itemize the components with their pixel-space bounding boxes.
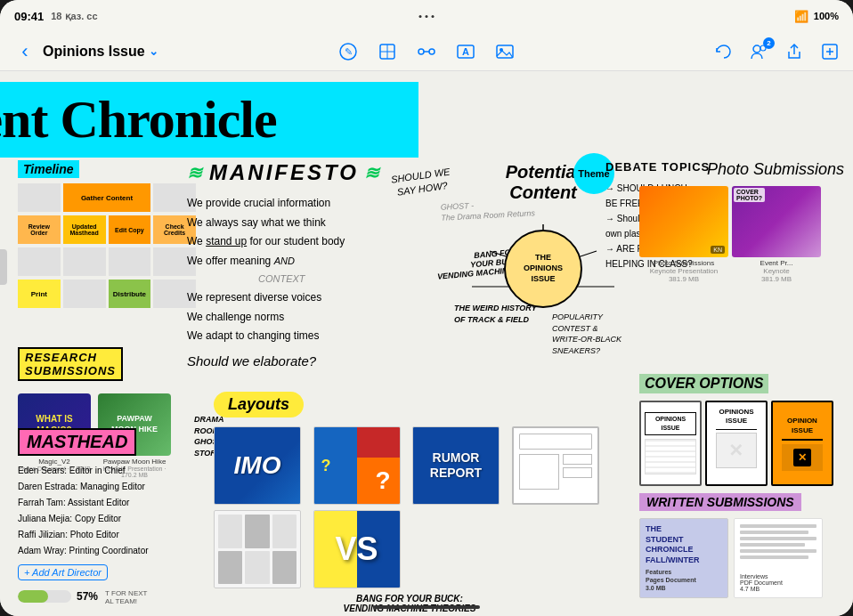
manifesto-item-8: We adapt to changing times xyxy=(187,327,463,346)
written-interviews-meta: InterviewsPDF Document4.7 MB xyxy=(740,573,816,592)
progress-bar-outer xyxy=(18,590,71,603)
add-art-button[interactable]: + Add Art Director xyxy=(18,564,108,580)
photo-item-2: COVERPHOTO? Event Pr...Keynote381.9 MB xyxy=(732,186,821,283)
research-label: RESEARCHSUBMISSIONS xyxy=(18,347,123,381)
layout-imo[interactable]: IMO xyxy=(214,426,301,505)
tool-text[interactable]: A xyxy=(453,39,478,64)
tool-image[interactable] xyxy=(492,39,517,64)
manifesto-item-7: We challenge norms xyxy=(187,308,463,328)
canvas-area[interactable]: The Student Chronicle Timeline Gather Co… xyxy=(0,71,853,616)
layouts-label: Layouts xyxy=(214,392,304,417)
tl-editcopy: Edit Copy xyxy=(109,215,151,244)
big-title: The Student Chronicle xyxy=(0,82,418,158)
back-button[interactable]: ‹ xyxy=(11,37,39,66)
popularity-text: POPULARITYCONTEST &WRITE-OR-BLACKSNEAKER… xyxy=(552,312,621,356)
manifesto-arrow-right: ≋ xyxy=(364,162,381,183)
title-chevron: ⌄ xyxy=(149,45,158,58)
manifesto-item-1: We provide crucial information xyxy=(187,194,463,214)
tl-empty1 xyxy=(18,183,61,212)
tl-gather: Gather Content xyxy=(63,183,151,212)
photo-item-1: KN Photo SubmissionsKeynote Presentation… xyxy=(639,186,728,283)
dot2 xyxy=(426,15,428,18)
written-row: THESTUDENTCHRONICLEFALL/WINTER FeaturesP… xyxy=(639,518,844,598)
sidebar-handle[interactable] xyxy=(0,249,7,285)
tl-e4 xyxy=(63,247,106,276)
tool-shape[interactable] xyxy=(375,39,400,64)
masthead-member-3: Farrah Tam: Assistant Editor xyxy=(18,495,196,511)
date: 18 қаз. сс xyxy=(51,11,97,22)
layouts-grid: IMO ? ? RUMORREPORT xyxy=(214,426,605,588)
cover-option-3[interactable]: OPINIONISSUE ✕ xyxy=(771,401,833,486)
dot1 xyxy=(419,15,422,18)
timeline-grid: Gather Content xyxy=(18,183,196,212)
manifesto-arrow-left: ≋ xyxy=(187,162,204,183)
written-submissions-section: WRITTEN SUBMISSIONS THESTUDENTCHRONICLEF… xyxy=(639,493,844,598)
timeline-grid3 xyxy=(18,247,196,276)
tl-review: Review Order xyxy=(18,215,61,244)
masthead-member-6: Adam Wray: Printing Coordinator xyxy=(18,543,196,559)
photo-row: KN Photo SubmissionsKeynote Presentation… xyxy=(639,186,844,283)
dot3 xyxy=(432,15,435,18)
layout-gray[interactable] xyxy=(512,426,599,505)
progress-bar-container: 57% xyxy=(18,590,98,603)
tl-e7 xyxy=(63,280,106,308)
photo-label-1: Photo SubmissionsKeynote Presentation381… xyxy=(650,259,719,283)
photo-thumb-2: COVERPHOTO? xyxy=(732,186,821,257)
masthead-member-5: Raffi Jilizian: Photo Editor xyxy=(18,527,196,543)
cover-option-2[interactable]: OPINIONSISSUE ✕ xyxy=(705,401,768,486)
share-button[interactable] xyxy=(782,39,807,64)
progress-bar-fill xyxy=(18,590,48,603)
manifesto-question: Should we elaborate? xyxy=(187,353,463,369)
svg-point-12 xyxy=(753,45,760,53)
cover-options-section: COVER OPTIONS OPINIONSISSUE OPINIONSISSU… xyxy=(639,374,844,486)
tl-print: Print xyxy=(18,280,61,308)
tl-e3 xyxy=(18,247,61,276)
tl-updated: Updated Masthead xyxy=(63,215,106,244)
photo-submissions-section: Photo Submissions KN Photo SubmissionsKe… xyxy=(639,160,844,288)
progress-note: T FOR NEXTAL TEAM! xyxy=(105,589,147,605)
layout-vs[interactable]: VS xyxy=(313,510,401,588)
timeline-section: Timeline Gather Content Review Order Upd… xyxy=(18,160,196,312)
svg-point-5 xyxy=(418,49,424,54)
cover-option-1[interactable]: OPINIONSISSUE xyxy=(639,401,702,486)
undo-button[interactable] xyxy=(711,39,735,64)
manifesto-item-4: We offer meaning AND xyxy=(187,252,463,272)
cover-options-title: COVER OPTIONS xyxy=(639,374,768,393)
timeline-label: Timeline xyxy=(18,160,79,178)
home-indicator[interactable] xyxy=(373,605,480,609)
masthead-member-4: Juliana Mejia: Copy Editor xyxy=(18,511,196,527)
edit-button[interactable] xyxy=(817,39,842,64)
photo-submissions-title: Photo Submissions xyxy=(639,160,844,179)
manifesto-item-2: We always say what we think xyxy=(187,214,463,233)
timeline-grid2: Review Order Updated Masthead Edit Copy … xyxy=(18,215,196,244)
masthead-section: MASTHEAD Eden Sears: Editor in Chief Dar… xyxy=(18,428,196,580)
written-chronicle-text: THESTUDENTCHRONICLEFALL/WINTER xyxy=(646,524,722,566)
tool-pen[interactable]: ✎ xyxy=(336,39,361,64)
written-interviews-thumb: InterviewsPDF Document4.7 MB xyxy=(734,518,823,598)
layout-mixed[interactable]: ? ? xyxy=(313,426,401,505)
progress-percent: 57% xyxy=(77,590,98,603)
masthead-list: Eden Sears: Editor in Chief Daren Estrad… xyxy=(18,463,196,559)
photo-thumb-1: KN xyxy=(639,186,728,257)
masthead-title: MASTHEAD xyxy=(18,428,136,456)
status-bar: 09:41 18 қаз. сс 📶 100% xyxy=(0,0,853,32)
weird-history-text: THE WEIRD HISTORYOF TRACK & FIELD xyxy=(454,303,537,325)
opinions-bubble: THEOPINIONSISSUE xyxy=(504,230,582,308)
manifesto-item-3: We stand up for our student body xyxy=(187,232,463,252)
layout-rumor[interactable]: RUMORREPORT xyxy=(412,426,500,505)
manifesto-list: We provide crucial information We always… xyxy=(187,194,463,346)
masthead-member-2: Daren Estrada: Managing Editor xyxy=(18,479,196,495)
manifesto-item-6: We represent diverse voices xyxy=(187,288,463,308)
layout-boxes[interactable] xyxy=(214,510,301,588)
timeline-grid4: Print Distribute xyxy=(18,280,196,308)
cover-row: OPINIONSISSUE OPINIONSISSUE ✕ OPINIONISS… xyxy=(639,401,844,486)
masthead-member-1: Eden Sears: Editor in Chief xyxy=(18,463,196,479)
time: 09:41 xyxy=(14,10,44,23)
progress-section: 57% T FOR NEXTAL TEAM! xyxy=(18,588,147,605)
tool-connect[interactable] xyxy=(414,39,439,64)
toolbar: ‹ Opinions Issue ⌄ ✎ A xyxy=(0,32,853,71)
document-title[interactable]: Opinions Issue ⌄ xyxy=(43,44,158,60)
collaborators-button[interactable]: 2 xyxy=(746,39,771,64)
svg-text:A: A xyxy=(462,46,469,57)
manifesto-label: MANIFESTO xyxy=(209,160,359,185)
